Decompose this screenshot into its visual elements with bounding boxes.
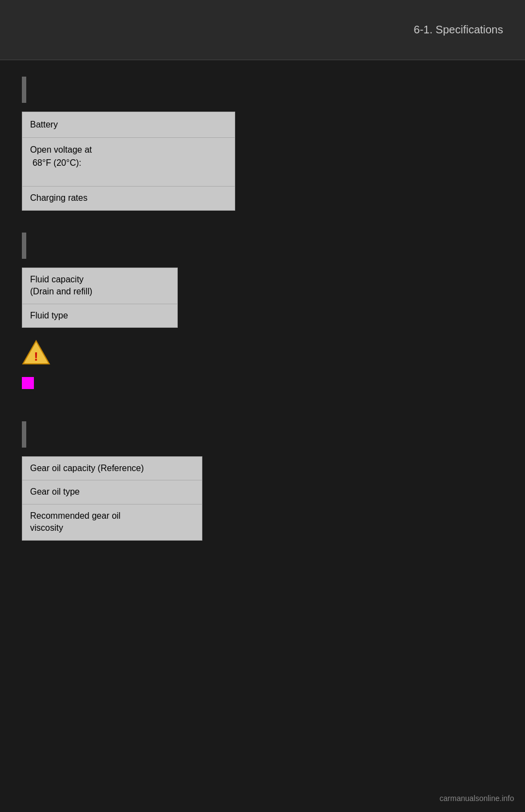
battery-section-bar xyxy=(22,77,503,103)
battery-table: Battery Open voltage at 68°F (20°C): Cha… xyxy=(22,112,235,211)
battery-table-header: Battery xyxy=(22,112,235,138)
page-title: 6-1. Specifications xyxy=(414,24,503,36)
gear-oil-viscosity-row: Recommended gear oilviscosity xyxy=(22,504,202,540)
battery-section: Battery Open voltage at 68°F (20°C): Cha… xyxy=(22,77,503,211)
gear-oil-type-row: Gear oil type xyxy=(22,480,202,504)
battery-charging-rates-row: Charging rates xyxy=(22,187,235,210)
atf-section: Fluid capacity(Drain and refill) Fluid t… xyxy=(22,233,503,399)
warning-icon-container: ! xyxy=(22,339,503,366)
section-vertical-bar xyxy=(22,77,26,103)
gear-oil-table: Gear oil capacity (Reference) Gear oil t… xyxy=(22,456,202,541)
footer-logo: carmanualsonline.info xyxy=(440,794,514,803)
gear-oil-section-bar xyxy=(22,421,503,448)
fluid-capacity-row: Fluid capacity(Drain and refill) xyxy=(22,268,177,304)
main-content: Battery Open voltage at 68°F (20°C): Cha… xyxy=(0,60,525,785)
pink-square-marker xyxy=(22,377,34,389)
battery-open-voltage-row: Open voltage at 68°F (20°C): xyxy=(22,138,235,187)
warning-triangle-icon: ! xyxy=(22,339,49,366)
atf-table: Fluid capacity(Drain and refill) Fluid t… xyxy=(22,268,178,328)
fluid-type-row: Fluid type xyxy=(22,304,177,327)
gear-oil-section-vertical-bar xyxy=(22,421,26,448)
gear-oil-capacity-row: Gear oil capacity (Reference) xyxy=(22,457,202,480)
footer: carmanualsonline.info xyxy=(0,785,525,812)
atf-section-bar xyxy=(22,233,503,259)
header-bar: 6-1. Specifications xyxy=(0,0,525,60)
gear-oil-section: Gear oil capacity (Reference) Gear oil t… xyxy=(22,421,503,541)
atf-section-vertical-bar xyxy=(22,233,26,259)
svg-text:!: ! xyxy=(34,350,38,363)
